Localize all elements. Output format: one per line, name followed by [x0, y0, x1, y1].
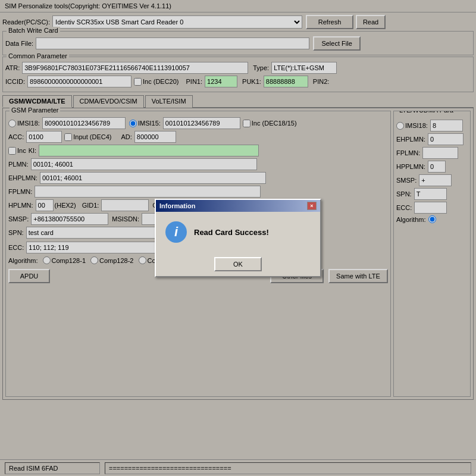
modal-ok-button[interactable]: OK — [214, 257, 262, 271]
modal-footer: OK — [156, 252, 320, 276]
modal-message: Read Card Success! — [194, 228, 269, 237]
info-icon: i — [165, 221, 187, 243]
modal-overlay: Information × i Read Card Success! OK — [0, 0, 476, 476]
information-modal: Information × i Read Card Success! OK — [155, 199, 321, 277]
modal-title-bar: Information × — [156, 200, 320, 212]
modal-body: i Read Card Success! — [156, 212, 320, 252]
modal-title: Information — [159, 202, 196, 209]
modal-close-button[interactable]: × — [307, 202, 317, 210]
